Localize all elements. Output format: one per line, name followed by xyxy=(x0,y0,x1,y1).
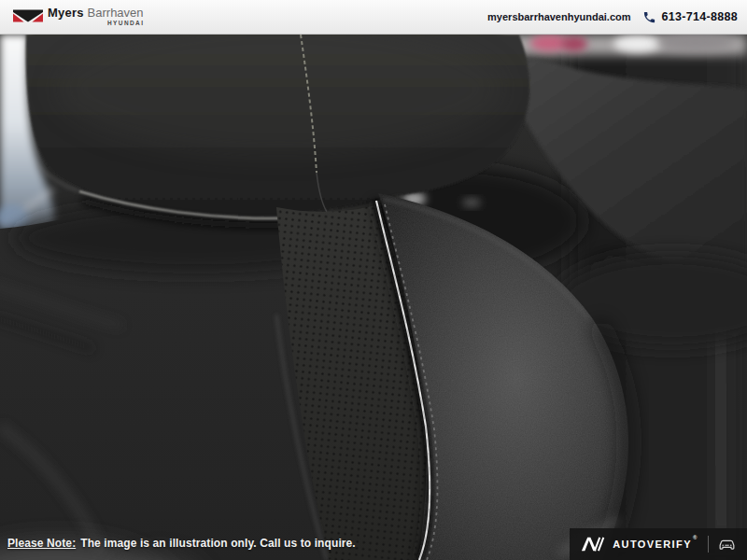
dealer-phone: 613-714-8888 xyxy=(662,10,738,23)
myers-flag-icon xyxy=(13,9,43,22)
registered-mark: ® xyxy=(693,535,698,540)
brand-location: Barrhaven xyxy=(88,7,144,19)
dealer-logo: Myers Barrhaven HYUNDAI xyxy=(13,7,144,27)
dealer-website: myersbarrhavenhyundai.com xyxy=(487,11,630,22)
contact-info: myersbarrhavenhyundai.com 613-714-8888 xyxy=(487,10,738,24)
autoverify-label: AUTOVERIFY® xyxy=(613,539,698,550)
disclaimer-text: Please Note:The image is an illustration… xyxy=(7,537,356,550)
car-icon xyxy=(718,538,736,551)
autoverify-av-icon xyxy=(581,536,606,553)
autoverify-bar: AUTOVERIFY® xyxy=(570,528,747,560)
divider xyxy=(708,536,709,553)
phone-icon xyxy=(642,10,656,24)
disclaimer-body: The image is an illustration only. Call … xyxy=(80,537,356,550)
dealer-photo-card: Myers Barrhaven HYUNDAI myersbarrhavenhy… xyxy=(0,0,747,560)
dealer-name: Myers Barrhaven HYUNDAI xyxy=(48,7,144,27)
brand-make: HYUNDAI xyxy=(107,21,144,27)
brand-name: Myers xyxy=(48,7,84,19)
disclaimer-label: Please Note: xyxy=(7,537,76,550)
vehicle-photo: Please Note:The image is an illustration… xyxy=(0,35,747,560)
leather-seat-photo xyxy=(0,35,747,560)
header-bar: Myers Barrhaven HYUNDAI myersbarrhavenhy… xyxy=(0,0,747,35)
